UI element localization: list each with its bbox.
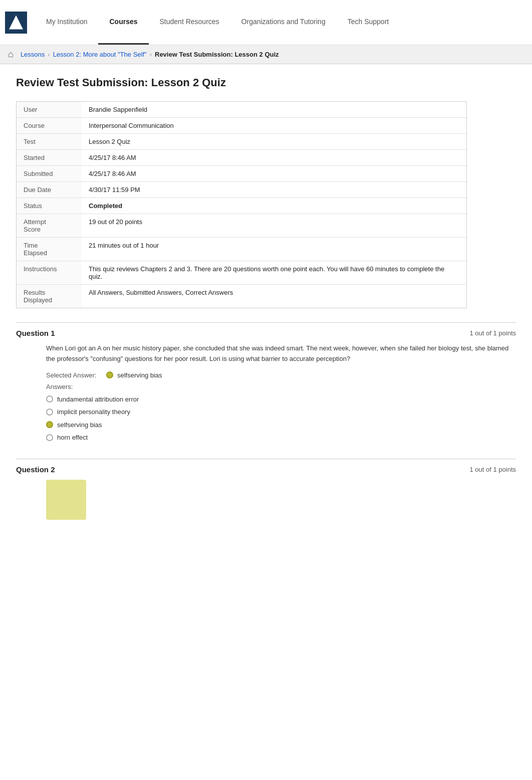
option-1-text: fundamental attribution error (57, 395, 139, 405)
option-4-text: horn effect (57, 433, 88, 443)
question-2-image (46, 480, 86, 520)
selected-dot-icon (106, 371, 113, 378)
value-started: 4/25/17 8:46 AM (82, 150, 466, 165)
nav-item-my-institution[interactable]: My Institution (35, 0, 98, 45)
nav-item-organizations-tutoring[interactable]: Organizations and Tutoring (230, 0, 337, 45)
question-1-selected-answer-row: Selected Answer: selfserving bias (46, 371, 516, 379)
info-row-due-date: Due Date 4/30/17 11:59 PM (17, 182, 466, 198)
logo-mark (9, 16, 23, 30)
breadcrumb-bar: ⌂ Lessons › Lesson 2: More about "The Se… (0, 45, 532, 64)
breadcrumb-lesson2[interactable]: Lesson 2: More about "The Self" (53, 51, 147, 58)
radio-icon-4 (46, 434, 53, 441)
breadcrumb-lessons[interactable]: Lessons (21, 51, 45, 58)
institution-logo[interactable] (5, 12, 27, 34)
question-1-section: Question 1 1 out of 1 points When Lori g… (16, 322, 516, 443)
radio-icon-1 (46, 396, 53, 403)
value-user: Brandie Sappenfield (82, 102, 466, 117)
info-row-time-elapsed: TimeElapsed 21 minutes out of 1 hour (17, 238, 466, 261)
question-1-title: Question 1 (16, 329, 55, 337)
label-instructions: Instructions (17, 261, 82, 284)
label-results-displayed: ResultsDisplayed (17, 285, 82, 308)
breadcrumb-sep-1: › (48, 51, 50, 58)
label-submitted: Submitted (17, 166, 82, 181)
value-results-displayed: All Answers, Submitted Answers, Correct … (82, 285, 466, 308)
selected-answer-label: Selected Answer: (46, 371, 106, 379)
top-navigation: My Institution Courses Student Resources… (0, 0, 532, 45)
nav-item-student-resources[interactable]: Student Resources (149, 0, 230, 45)
value-course: Interpersonal Communication (82, 118, 466, 133)
info-row-started: Started 4/25/17 8:46 AM (17, 150, 466, 166)
option-3-text: selfserving bias (57, 420, 102, 430)
value-attempt-score: 19 out of 20 points (82, 214, 466, 237)
selected-answer-text: selfserving bias (117, 371, 162, 379)
breadcrumb-sep-2: › (150, 51, 152, 58)
value-submitted: 4/25/17 8:46 AM (82, 166, 466, 181)
label-due-date: Due Date (17, 182, 82, 198)
value-status: Completed (82, 198, 466, 214)
label-course: Course (17, 118, 82, 133)
main-content: Review Test Submission: Lesson 2 Quiz Us… (0, 64, 532, 548)
info-row-course: Course Interpersonal Communication (17, 118, 466, 134)
info-row-status: Status Completed (17, 198, 466, 214)
value-test: Lesson 2 Quiz (82, 134, 466, 149)
question-2-section: Question 2 1 out of 1 points (16, 459, 516, 520)
info-row-submitted: Submitted 4/25/17 8:46 AM (17, 166, 466, 182)
label-started: Started (17, 150, 82, 165)
label-status: Status (17, 198, 82, 214)
question-1-points: 1 out of 1 points (469, 329, 516, 337)
submission-info-table: User Brandie Sappenfield Course Interper… (16, 101, 467, 308)
page-title: Review Test Submission: Lesson 2 Quiz (16, 76, 516, 89)
label-attempt-score: AttemptScore (17, 214, 82, 237)
nav-item-courses[interactable]: Courses (98, 0, 148, 45)
value-time-elapsed: 21 minutes out of 1 hour (82, 238, 466, 261)
nav-item-tech-support[interactable]: Tech Support (337, 0, 400, 45)
question-1-answers-header: Answers: (46, 383, 516, 391)
value-instructions: This quiz reviews Chapters 2 and 3. Ther… (82, 261, 466, 284)
breadcrumb-current: Review Test Submission: Lesson 2 Quiz (155, 51, 279, 58)
info-row-test: Test Lesson 2 Quiz (17, 134, 466, 150)
label-time-elapsed: TimeElapsed (17, 238, 82, 261)
value-due-date: 4/30/17 11:59 PM (82, 182, 466, 198)
option-2: implicit personality theory (46, 407, 516, 417)
nav-menu: My Institution Courses Student Resources… (35, 0, 400, 45)
option-1: fundamental attribution error (46, 395, 516, 405)
home-icon[interactable]: ⌂ (8, 49, 14, 60)
option-2-text: implicit personality theory (57, 407, 130, 417)
info-row-user: User Brandie Sappenfield (17, 102, 466, 118)
label-test: Test (17, 134, 82, 149)
question-1-header: Question 1 1 out of 1 points (16, 329, 516, 337)
question-1-body: When Lori got an A on her music history … (46, 343, 516, 364)
selected-answer-value: selfserving bias (106, 371, 162, 379)
question-2-header: Question 2 1 out of 1 points (16, 465, 516, 474)
option-3: selfserving bias (46, 420, 516, 430)
radio-icon-2 (46, 409, 53, 416)
question-1-options: fundamental attribution error implicit p… (46, 395, 516, 443)
question-2-points: 1 out of 1 points (469, 466, 516, 473)
info-row-attempt-score: AttemptScore 19 out of 20 points (17, 214, 466, 238)
info-row-instructions: Instructions This quiz reviews Chapters … (17, 261, 466, 285)
radio-icon-3 (46, 421, 53, 428)
option-4: horn effect (46, 433, 516, 443)
info-row-results-displayed: ResultsDisplayed All Answers, Submitted … (17, 285, 466, 308)
answers-label: Answers: (46, 383, 106, 391)
label-user: User (17, 102, 82, 117)
question-2-title: Question 2 (16, 465, 55, 474)
